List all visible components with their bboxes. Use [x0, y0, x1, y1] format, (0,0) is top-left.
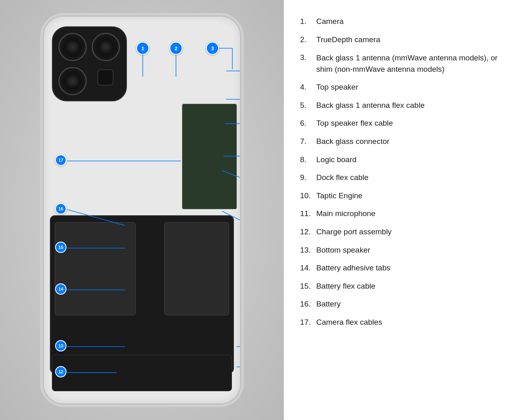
component-number-11: 11.: [300, 208, 316, 219]
component-number-5: 5.: [300, 100, 316, 111]
component-name-17: Camera flex cables: [316, 317, 499, 328]
component-name-9: Dock flex cable: [316, 172, 499, 183]
camera-lens-tele: [58, 67, 87, 95]
camera-lidar: [97, 69, 114, 86]
component-name-10: Taptic Engine: [316, 191, 499, 201]
phone-shell: 1 2 3 4 5 6 7 8 9 10 11 12 13 1: [43, 15, 241, 405]
list-item-2: 2.TrueDepth camera: [300, 34, 499, 45]
phone-diagram-panel: 1 2 3 4 5 6 7 8 9 10 11 12 13 1: [0, 0, 284, 420]
list-item-10: 10.Taptic Engine: [300, 191, 499, 201]
bubble-3: 3: [206, 42, 219, 55]
bubble-2: 2: [169, 42, 182, 55]
battery-cell-2: [164, 222, 229, 315]
component-name-4: Top speaker: [316, 82, 499, 93]
component-list-panel: 1.Camera2.TrueDepth camera3.Back glass 1…: [284, 0, 519, 420]
component-name-5: Back glass 1 antenna flex cable: [316, 100, 499, 111]
list-item-9: 9.Dock flex cable: [300, 172, 499, 183]
list-item-7: 7.Back glass connector: [300, 136, 499, 147]
component-number-6: 6.: [300, 118, 316, 129]
logic-board-visual: [182, 104, 237, 209]
component-number-16: 16.: [300, 299, 316, 310]
component-name-12: Charge port assembly: [316, 227, 499, 238]
list-item-15: 15.Battery flex cable: [300, 281, 499, 292]
list-item-11: 11.Main microphone: [300, 208, 499, 219]
list-item-1: 1.Camera: [300, 16, 499, 27]
component-name-13: Bottom speaker: [316, 245, 499, 256]
battery-cell-1: [55, 222, 136, 315]
bubble-15: 15: [55, 242, 66, 253]
component-name-14: Battery adhesive tabs: [316, 263, 499, 274]
component-number-12: 12.: [300, 227, 316, 238]
component-name-11: Main microphone: [316, 208, 499, 219]
bubble-1: 1: [136, 42, 149, 55]
bubble-12: 12: [55, 366, 66, 377]
component-number-8: 8.: [300, 154, 316, 165]
component-name-15: Battery flex cable: [316, 281, 499, 292]
component-name-7: Back glass connector: [316, 136, 499, 147]
list-item-6: 6.Top speaker flex cable: [300, 118, 499, 129]
camera-lens-ultra: [92, 33, 120, 61]
dock-area-visual: [52, 355, 232, 391]
list-item-5: 5.Back glass 1 antenna flex cable: [300, 100, 499, 111]
component-number-9: 9.: [300, 172, 316, 183]
component-number-10: 10.: [300, 191, 316, 201]
component-name-8: Logic board: [316, 154, 499, 165]
list-item-13: 13.Bottom speaker: [300, 245, 499, 256]
component-number-3: 3.: [300, 52, 316, 63]
component-number-15: 15.: [300, 281, 316, 292]
component-name-3: Back glass 1 antenna (mmWave antenna mod…: [316, 52, 499, 75]
camera-module: [52, 26, 127, 101]
component-name-2: TrueDepth camera: [316, 34, 499, 45]
list-item-14: 14.Battery adhesive tabs: [300, 263, 499, 274]
component-name-1: Camera: [316, 16, 499, 27]
component-number-13: 13.: [300, 245, 316, 256]
list-item-16: 16.Battery: [300, 299, 499, 310]
bubble-16: 16: [55, 203, 66, 214]
component-number-4: 4.: [300, 82, 316, 93]
component-number-1: 1.: [300, 16, 316, 27]
component-number-2: 2.: [300, 34, 316, 45]
list-item-12: 12.Charge port assembly: [300, 227, 499, 238]
component-number-14: 14.: [300, 263, 316, 274]
component-list: 1.Camera2.TrueDepth camera3.Back glass 1…: [300, 16, 499, 328]
list-item-17: 17.Camera flex cables: [300, 317, 499, 328]
component-number-17: 17.: [300, 317, 316, 328]
list-item-4: 4.Top speaker: [300, 82, 499, 93]
list-item-3: 3.Back glass 1 antenna (mmWave antenna m…: [300, 52, 499, 75]
component-name-6: Top speaker flex cable: [316, 118, 499, 129]
component-number-7: 7.: [300, 136, 316, 147]
phone-interior: 1 2 3 4 5 6 7 8 9 10 11 12 13 1: [44, 17, 240, 403]
component-name-16: Battery: [316, 299, 499, 310]
camera-lens-main: [58, 33, 87, 61]
bubble-13: 13: [55, 340, 66, 351]
bubble-17: 17: [55, 154, 66, 166]
battery-visual: [50, 215, 234, 373]
list-item-8: 8.Logic board: [300, 154, 499, 165]
bubble-14: 14: [55, 283, 66, 295]
